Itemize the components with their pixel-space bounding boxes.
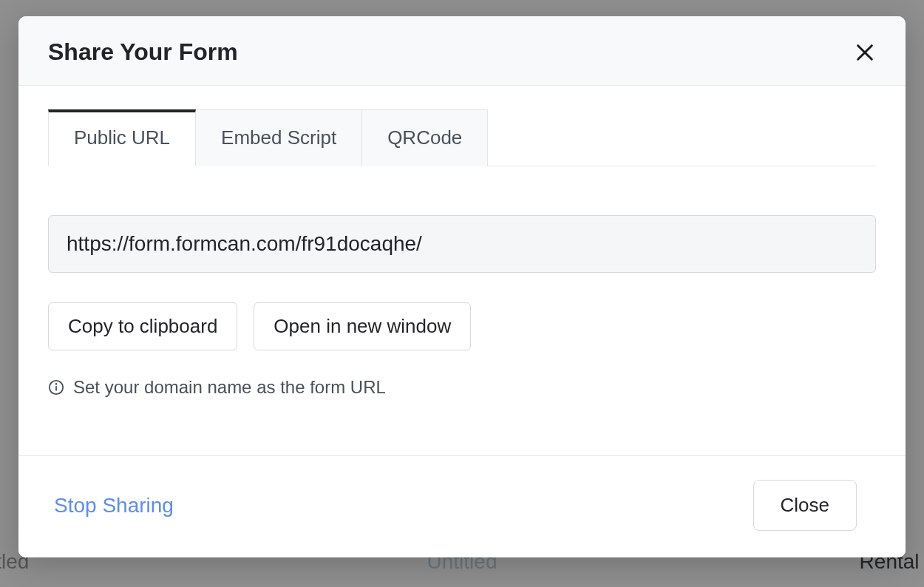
tab-label: Public URL [74,126,170,149]
domain-info-row[interactable]: Set your domain name as the form URL [48,377,876,398]
stop-sharing-link[interactable]: Stop Sharing [54,494,174,518]
open-new-window-button[interactable]: Open in new window [254,302,471,350]
svg-point-2 [56,384,57,384]
info-icon [48,379,64,396]
tabs: Public URL Embed Script QRCode [48,109,876,166]
modal-header: Share Your Form [18,16,906,86]
tab-qrcode[interactable]: QRCode [362,109,488,166]
tab-embed-script[interactable]: Embed Script [196,109,362,166]
info-text: Set your domain name as the form URL [73,377,386,398]
modal-title: Share Your Form [48,38,238,66]
share-form-modal: Share Your Form Public URL Embed Script … [18,16,906,557]
copy-to-clipboard-button[interactable]: Copy to clipboard [48,302,237,350]
modal-body: Public URL Embed Script QRCode Copy to c… [18,86,906,455]
action-buttons: Copy to clipboard Open in new window [48,302,876,350]
tab-label: Embed Script [221,126,336,149]
tab-public-url[interactable]: Public URL [48,109,196,166]
close-icon[interactable] [854,41,876,64]
public-url-field[interactable] [48,215,876,273]
close-button[interactable]: Close [753,480,857,531]
modal-footer: Stop Sharing Close [18,455,906,557]
tab-label: QRCode [387,126,462,149]
